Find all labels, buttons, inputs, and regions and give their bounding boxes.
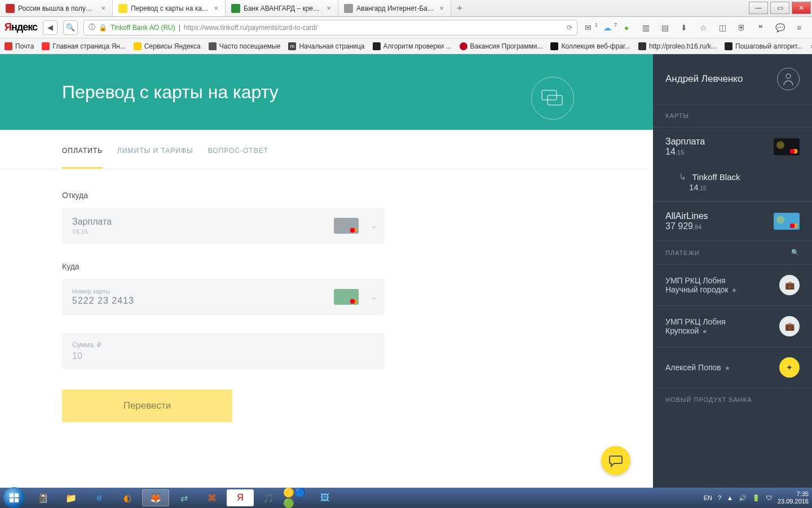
browser-tab[interactable]: Россия вышла в полуфин... × <box>0 0 113 16</box>
taskbar-app[interactable]: 🖼 <box>311 489 338 506</box>
bookmark-item[interactable]: Вакансия Программи... <box>460 42 543 50</box>
mail-icon[interactable]: ✉1 <box>583 23 593 33</box>
bookmark-item[interactable]: mНачальная страница <box>288 42 364 50</box>
svg-rect-4 <box>15 493 19 497</box>
bookmark-item[interactable]: http://proleo.h16.ru/k... <box>638 42 717 50</box>
browser-navrow: Яндекс ◀ 🔍 ⓘ 🔒 Tinkoff Bank AO (RU) | ht… <box>0 17 812 38</box>
submit-button[interactable]: Перевести <box>62 389 232 422</box>
tray-lang[interactable]: EN <box>704 494 712 501</box>
taskbar-app[interactable]: ⇄ <box>170 489 197 506</box>
reader-icon[interactable]: ▤ <box>660 23 670 33</box>
svg-rect-5 <box>10 498 14 502</box>
chevron-down-icon: ⌄ <box>371 293 377 301</box>
sidebar-payment-item[interactable]: Алексей Попов★ ✦ <box>653 347 812 388</box>
tab-faq[interactable]: ВОПРОС-ОТВЕТ <box>208 147 268 169</box>
taskbar-app[interactable]: 📁 <box>58 489 85 506</box>
window-maximize[interactable]: ▭ <box>770 2 789 14</box>
green-circle-icon[interactable]: ● <box>621 23 632 33</box>
reload-icon[interactable]: ⟳ <box>567 24 572 32</box>
page-icon[interactable]: ▥ <box>641 23 651 33</box>
close-icon[interactable]: × <box>213 4 219 12</box>
taskbar-app[interactable]: ◐ <box>114 489 141 506</box>
menu-icon[interactable]: ≡ <box>794 23 804 33</box>
yandex-logo[interactable]: Яндекс <box>5 21 37 33</box>
back-button[interactable]: ◀ <box>43 20 58 35</box>
bookmark-item[interactable]: Пошаговый алгорит... <box>725 42 802 50</box>
browser-tab[interactable]: Авангард Интернет-Банк для ... × <box>338 0 451 16</box>
search-engine-icon[interactable]: 🔍 <box>63 20 78 35</box>
shield-icon[interactable]: ⛨ <box>736 23 747 33</box>
taskbar-app[interactable]: e <box>86 489 113 506</box>
sidebar-payment-item[interactable]: УМП РКЦ ЛобняНаучный городок★ 💼 <box>653 264 812 305</box>
sidebar-card-item[interactable]: Зарплата 14,15 <box>653 127 812 166</box>
sidebar-icon[interactable]: ◫ <box>717 23 727 33</box>
browser-tab[interactable]: Перевод с карты на карту × <box>113 0 226 16</box>
from-card-name: Зарплата <box>72 217 112 227</box>
bookmark-item[interactable]: Главная страница Ян... <box>42 42 125 50</box>
site-identity: Tinkoff Bank AO (RU) <box>111 24 175 32</box>
taskbar-app[interactable]: ⌘ <box>198 489 226 506</box>
page-tabs: ОПЛАТИТЬ ЛИМИТЫ И ТАРИФЫ ВОПРОС-ОТВЕТ <box>0 130 653 169</box>
star-icon: ★ <box>725 365 730 371</box>
taskbar-app[interactable]: 🟡🔵🟢 <box>283 489 310 506</box>
taskbar-app[interactable]: Я <box>227 489 254 506</box>
amount-field[interactable]: Сумма, ₽ 10 <box>62 333 385 369</box>
mini-card-icon <box>774 213 800 230</box>
taskbar-app[interactable]: 🎵 <box>255 489 282 506</box>
tray-clock[interactable]: 7:35 23.09.2016 <box>778 491 809 505</box>
sidebar-section-newprod[interactable]: НОВЫЙ ПРОДУКТ БАНКА <box>653 388 812 411</box>
address-bar[interactable]: ⓘ 🔒 Tinkoff Bank AO (RU) | https://www.t… <box>83 20 577 36</box>
from-card-select[interactable]: Зарплата 14,15 ⌄ <box>62 208 385 244</box>
cards-icon <box>531 77 574 120</box>
search-icon[interactable]: 🔍 <box>791 249 800 256</box>
weather-icon[interactable]: ☁7 <box>602 23 612 33</box>
tray-volume-icon[interactable]: 🔊 <box>739 494 747 502</box>
bookmark-item[interactable]: Часто посещаемые <box>209 42 281 50</box>
window-minimize[interactable]: — <box>749 2 768 14</box>
taskbar-app[interactable]: 📓 <box>29 489 56 506</box>
sidebar-subcard[interactable]: ↳ Tinkoff Black 14,15 <box>653 166 812 202</box>
page-hero: Перевод с карты на карту <box>0 54 653 130</box>
close-icon[interactable]: × <box>438 4 445 12</box>
info-icon[interactable]: ⓘ <box>89 23 95 32</box>
star-icon[interactable]: ☆ <box>698 23 708 33</box>
page-title: Перевод с карты на карту <box>62 82 279 103</box>
briefcase-icon: 💼 <box>779 275 800 295</box>
from-label: Откуда <box>62 191 591 200</box>
close-icon[interactable]: × <box>100 4 107 12</box>
star-icon: ★ <box>731 287 737 294</box>
chat-icon[interactable]: 💬 <box>775 23 785 33</box>
taskbar-firefox[interactable]: 🦊 <box>142 489 169 506</box>
sidebar-payment-item[interactable]: УМП РКЦ ЛобняКрупской★ 💼 <box>653 305 812 347</box>
tray-flag-icon[interactable]: ▲ <box>727 494 733 501</box>
tray-network-icon[interactable]: 🛡 <box>766 494 772 501</box>
bookmark-item[interactable]: Сервисы Яндекса <box>134 42 201 50</box>
tab-limits[interactable]: ЛИМИТЫ И ТАРИФЫ <box>117 147 193 169</box>
system-tray: EN ? ▲ 🔊 🔋 🛡 7:35 23.09.2016 <box>704 491 809 505</box>
start-button[interactable] <box>3 487 25 508</box>
tray-battery-icon[interactable]: 🔋 <box>752 494 760 502</box>
lock-icon: 🔒 <box>99 24 107 32</box>
card-thumb-icon <box>334 289 359 305</box>
sidebar-user[interactable]: Андрей Левченко <box>653 54 812 104</box>
quote-icon[interactable]: ❝ <box>756 23 766 33</box>
chat-fab[interactable] <box>601 446 630 475</box>
tab-pay[interactable]: ОПЛАТИТЬ <box>62 147 103 169</box>
avatar-icon <box>777 68 800 90</box>
new-tab-button[interactable]: ＋ <box>451 0 468 16</box>
svg-rect-3 <box>10 493 14 497</box>
browser-tab[interactable]: Банк АВАНГАРД – кредит... × <box>226 0 338 16</box>
to-card-field[interactable]: Номер карты 5222 23 2413 ⌄ <box>62 279 385 315</box>
close-icon[interactable]: × <box>325 4 332 12</box>
bookmark-item[interactable]: Алгоритм проверки ... <box>373 42 452 50</box>
window-close[interactable]: ✕ <box>792 2 811 14</box>
star-icon: ★ <box>702 328 708 335</box>
card-thumb-icon <box>334 218 359 234</box>
downloads-icon[interactable]: ⬇ <box>679 23 689 33</box>
sidebar-section-cards: КАРТЫ <box>653 104 812 127</box>
tray-help-icon[interactable]: ? <box>718 494 721 501</box>
bookmark-item[interactable]: Почта <box>5 42 34 50</box>
bookmark-item[interactable]: Коллекция веб-фраг... <box>550 42 630 50</box>
sidebar-card-item[interactable]: AllAirLines 37 929,84 <box>653 202 812 240</box>
card-number-label: Номер карты <box>72 288 134 295</box>
